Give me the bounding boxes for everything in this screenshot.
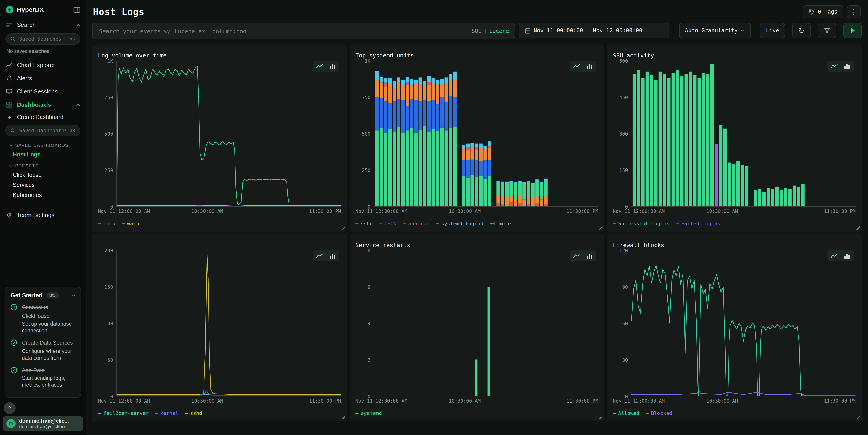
resize-handle[interactable]	[598, 226, 602, 230]
plot-area[interactable]	[374, 250, 598, 396]
chart-canvas[interactable]	[117, 250, 341, 396]
tags-button-label: 0 Tags	[817, 9, 837, 15]
resize-handle[interactable]	[856, 226, 860, 230]
sidebar-item-kubernetes[interactable]: Kubernetes	[0, 190, 86, 200]
sidebar-item-chart-explorer[interactable]: Chart Explorer	[0, 58, 86, 71]
x-tick-label: Nov 11 12:00:00 AM	[613, 398, 665, 404]
sidebar-collapse-button[interactable]	[73, 7, 80, 12]
sql-toggle[interactable]: SQL	[472, 28, 482, 34]
get-started-step[interactable]: Add Data Start sending logs, metrics, or…	[10, 366, 75, 389]
chart-canvas[interactable]	[117, 61, 341, 206]
legend-item[interactable]: —warn	[122, 221, 139, 227]
legend-item[interactable]: —anacron	[403, 221, 429, 227]
legend-item[interactable]: +4 more	[490, 221, 511, 227]
help-button[interactable]: ?	[4, 402, 16, 414]
chart-canvas[interactable]	[374, 250, 598, 396]
presets-header[interactable]: PRESETS	[0, 160, 86, 170]
tags-button[interactable]: 0 Tags	[803, 5, 843, 18]
saved-dashboards-input[interactable]	[18, 127, 67, 134]
brand[interactable]: HyperDX	[5, 5, 44, 14]
legend-item[interactable]: —info	[98, 221, 115, 227]
saved-searches-input[interactable]	[18, 36, 67, 42]
lucene-toggle[interactable]: Lucene	[489, 28, 509, 34]
legend-item[interactable]: —kernel	[155, 410, 179, 416]
bar-chart-icon[interactable]	[585, 62, 595, 70]
run-query-button[interactable]	[843, 23, 862, 38]
y-tick-label: 250	[362, 168, 370, 173]
resize-handle[interactable]	[341, 415, 345, 420]
line-chart-icon[interactable]	[572, 252, 582, 260]
bar-chart-icon[interactable]	[842, 62, 852, 70]
plot-area[interactable]	[631, 250, 856, 396]
saved-searches-search[interactable]: ⌘K	[5, 33, 80, 45]
legend-item[interactable]: —Allowed	[613, 410, 640, 416]
app-window: HyperDX Search ⌘K No saved searches Char…	[0, 0, 868, 435]
chart-canvas[interactable]	[631, 61, 856, 206]
legend-item[interactable]: —Failed Logins	[676, 221, 720, 227]
resize-handle[interactable]	[598, 415, 602, 420]
plot-area[interactable]	[374, 61, 598, 207]
legend-item[interactable]: —CRON	[379, 221, 397, 227]
resize-handle[interactable]	[856, 415, 860, 420]
line-chart-icon[interactable]	[572, 62, 582, 70]
live-button[interactable]: Live	[760, 23, 785, 38]
chart-type-toggle[interactable]	[312, 61, 339, 71]
chart-type-toggle[interactable]	[828, 250, 854, 261]
legend-label: +4 more	[490, 221, 511, 227]
bar-chart-icon[interactable]	[842, 252, 852, 260]
line-chart-icon[interactable]	[314, 62, 324, 70]
plot-area[interactable]	[116, 250, 341, 396]
resize-handle[interactable]	[341, 226, 345, 230]
bar-chart-icon[interactable]	[585, 252, 595, 260]
legend-item[interactable]: —systemd	[355, 410, 382, 416]
bar-chart-icon[interactable]	[327, 62, 337, 70]
legend-item[interactable]: —systemd-logind	[436, 221, 484, 227]
legend-item[interactable]: —Blocked	[646, 410, 672, 416]
get-started-step[interactable]: Create Data Sources Configure where your…	[10, 338, 75, 361]
create-dashboard-button[interactable]: + Create Dashboard	[0, 111, 86, 123]
time-range-picker[interactable]: Nov 11 00:00:00 - Nov 12 00:00:00	[519, 23, 669, 38]
kebab-menu-icon: ⋮	[850, 8, 857, 16]
refresh-button[interactable]: ↻	[792, 23, 811, 38]
y-tick-label: 600	[619, 58, 628, 63]
chart-canvas[interactable]	[374, 61, 598, 206]
get-started-step[interactable]: Connect to ClickHouse Set up your databa…	[10, 303, 75, 334]
event-search-input[interactable]	[98, 27, 472, 35]
sidebar-item-dashboards[interactable]: Dashboards	[0, 98, 86, 111]
sidebar-item-clickhouse[interactable]: ClickHouse	[0, 170, 86, 180]
legend-item[interactable]: —fail2ban-server	[98, 410, 149, 416]
chart-type-toggle[interactable]	[570, 250, 596, 261]
chart-canvas[interactable]	[631, 250, 856, 396]
legend-item[interactable]: —Successful Logins	[613, 221, 670, 227]
line-chart-icon[interactable]	[829, 62, 839, 70]
saved-dashboards-search[interactable]: ⌘K	[5, 125, 80, 136]
sidebar-item-services[interactable]: Services	[0, 180, 86, 190]
check-circle-icon	[10, 366, 18, 389]
sidebar-item-host-logs[interactable]: Host Logs	[0, 150, 86, 160]
sidebar-item-client-sessions[interactable]: Client Sessions	[0, 85, 86, 98]
line-chart-icon[interactable]	[314, 252, 324, 260]
chart-type-toggle[interactable]	[570, 61, 596, 71]
line-chart-icon[interactable]	[829, 252, 839, 260]
sidebar-item-search[interactable]: Search	[0, 18, 86, 31]
legend-label: Failed Logins	[681, 221, 720, 227]
legend-item[interactable]: —sshd	[355, 221, 373, 227]
bar-chart-icon[interactable]	[327, 252, 337, 260]
plot-area[interactable]	[631, 61, 856, 207]
event-search-bar[interactable]: SQL | Lucene	[92, 23, 515, 39]
sidebar-item-alerts[interactable]: Alerts	[0, 71, 86, 85]
saved-dashboards-header[interactable]: SAVED DASHBOARDS	[0, 139, 86, 150]
legend-swatch: —	[98, 410, 101, 416]
chart-type-toggle[interactable]	[312, 250, 339, 261]
sidebar-item-team-settings[interactable]: ⚙ Team Settings	[0, 208, 86, 222]
legend-item[interactable]: —sshd	[185, 410, 202, 416]
step-subtitle: Configure where your data comes from	[22, 348, 75, 361]
chevron-up-icon[interactable]	[71, 294, 75, 297]
user-menu[interactable]: D dominic.tran@clic... dominic.tran@clic…	[3, 416, 83, 431]
plot-area[interactable]	[116, 61, 341, 207]
filter-button[interactable]	[818, 23, 836, 38]
more-menu-button[interactable]: ⋮	[847, 5, 861, 18]
granularity-select[interactable]: Auto Granularity	[679, 23, 751, 38]
chart-type-toggle[interactable]	[828, 61, 854, 71]
panel-title: Log volume over time	[98, 52, 167, 59]
